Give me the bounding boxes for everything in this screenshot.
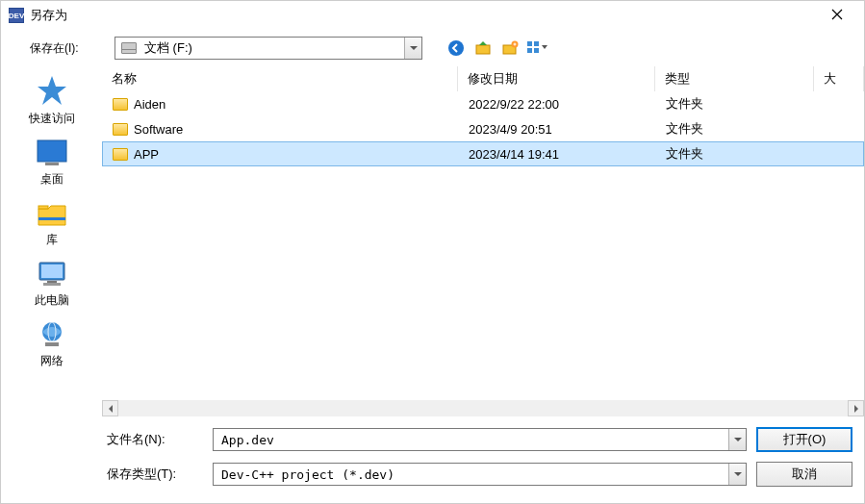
place-libraries[interactable]: 库: [13, 195, 90, 250]
file-row[interactable]: Aiden2022/9/22 22:00文件夹: [102, 91, 864, 116]
folder-icon: [113, 98, 128, 111]
filename-row: 文件名(N): App.dev 打开(O): [107, 422, 852, 457]
window-title: 另存为: [30, 7, 818, 24]
place-quick-access[interactable]: 快速访问: [13, 70, 90, 129]
file-type-cell: 文件夹: [656, 120, 815, 138]
header-size[interactable]: 大: [814, 66, 864, 91]
dropdown-button[interactable]: [728, 464, 746, 485]
svg-rect-7: [534, 48, 539, 53]
up-folder-icon: [474, 39, 492, 57]
filetype-row: 保存类型(T): Dev-C++ project (*.dev) 取消: [107, 457, 852, 491]
scroll-left-button[interactable]: [102, 400, 118, 416]
cancel-button-label: 取消: [792, 466, 817, 483]
file-row[interactable]: Software2023/4/9 20:51文件夹: [102, 116, 864, 141]
file-date-cell: 2022/9/22 22:00: [459, 97, 656, 112]
open-button[interactable]: 打开(O): [756, 427, 852, 452]
file-type-cell: 文件夹: [656, 145, 815, 163]
nav-icons: [445, 38, 547, 59]
save-in-label: 保存在(I):: [30, 40, 107, 57]
file-row[interactable]: APP2023/4/14 19:41文件夹: [102, 141, 864, 166]
body: 快速访问 桌面 库 此电脑 网络 名称 修改日期 类型: [1, 66, 864, 416]
network-icon: [36, 320, 68, 349]
place-label: 桌面: [40, 171, 64, 188]
filetype-value: Dev-C++ project (*.dev): [214, 467, 728, 482]
svg-rect-18: [45, 342, 59, 346]
file-name: Software: [134, 122, 183, 137]
file-name-cell: Aiden: [103, 97, 459, 112]
place-label: 库: [46, 232, 58, 248]
close-icon: [831, 9, 843, 20]
chevron-down-icon: [734, 470, 742, 478]
quick-access-icon: [36, 74, 68, 107]
svg-rect-15: [43, 283, 61, 286]
place-label: 网络: [40, 353, 64, 369]
file-type-cell: 文件夹: [656, 95, 815, 113]
header-name[interactable]: 名称: [102, 66, 458, 91]
svg-rect-11: [38, 217, 65, 220]
file-name-cell: APP: [103, 147, 459, 162]
dropdown-button[interactable]: [404, 38, 421, 59]
svg-rect-9: [45, 163, 59, 165]
filetype-combobox[interactable]: Dev-C++ project (*.dev): [213, 463, 747, 486]
folder-icon: [113, 148, 128, 161]
up-button[interactable]: [472, 38, 494, 59]
file-name: Aiden: [134, 97, 165, 112]
svg-rect-14: [47, 281, 57, 283]
back-icon: [447, 39, 465, 57]
location-text: 文档 (F:): [142, 39, 404, 57]
file-name-cell: Software: [103, 122, 459, 137]
toolbar: 保存在(I): 文档 (F:): [1, 30, 864, 66]
new-folder-button[interactable]: [499, 38, 521, 59]
libraries-icon: [36, 199, 68, 228]
view-icon: [526, 39, 547, 57]
file-list[interactable]: Aiden2022/9/22 22:00文件夹Software2023/4/9 …: [102, 91, 864, 400]
file-area: 名称 修改日期 类型 大 Aiden2022/9/22 22:00文件夹Soft…: [102, 66, 864, 416]
filename-value: App.dev: [214, 433, 728, 447]
chevron-left-icon: [107, 405, 114, 413]
dropdown-button[interactable]: [728, 429, 746, 450]
place-desktop[interactable]: 桌面: [13, 135, 90, 189]
drive-icon: [121, 42, 137, 54]
svg-rect-5: [534, 41, 539, 46]
place-label: 快速访问: [29, 111, 75, 127]
filename-combobox[interactable]: App.dev: [213, 428, 747, 451]
close-button[interactable]: [818, 8, 856, 23]
bottom-panel: 文件名(N): App.dev 打开(O) 保存类型(T): Dev-C++ p…: [1, 416, 864, 503]
place-this-pc[interactable]: 此电脑: [13, 256, 90, 311]
filename-label: 文件名(N):: [107, 431, 203, 448]
chevron-right-icon: [852, 405, 860, 413]
horizontal-scrollbar[interactable]: [102, 400, 864, 416]
svg-rect-6: [527, 48, 532, 53]
chevron-down-icon: [410, 44, 418, 52]
location-combobox[interactable]: 文档 (F:): [114, 37, 422, 60]
scroll-right-button[interactable]: [848, 400, 864, 416]
column-headers: 名称 修改日期 类型 大: [102, 66, 864, 91]
back-button[interactable]: [445, 38, 467, 59]
filetype-label: 保存类型(T):: [107, 466, 203, 483]
svg-rect-8: [38, 140, 66, 162]
svg-rect-13: [41, 265, 63, 278]
file-date-cell: 2023/4/14 19:41: [459, 147, 656, 162]
view-menu-button[interactable]: [526, 38, 547, 59]
header-type[interactable]: 类型: [655, 66, 814, 91]
header-date[interactable]: 修改日期: [458, 66, 655, 91]
places-bar: 快速访问 桌面 库 此电脑 网络: [1, 66, 102, 416]
place-label: 此电脑: [35, 292, 69, 309]
new-folder-icon: [501, 39, 519, 57]
svg-rect-4: [527, 41, 532, 46]
titlebar: DEV 另存为: [1, 1, 864, 30]
folder-icon: [113, 123, 128, 136]
desktop-icon: [36, 139, 68, 167]
save-as-dialog: DEV 另存为 保存在(I): 文档 (F:): [0, 0, 865, 504]
svg-point-0: [448, 40, 464, 56]
svg-rect-10: [38, 206, 48, 209]
file-date-cell: 2023/4/9 20:51: [459, 122, 656, 137]
file-name: APP: [134, 147, 159, 162]
app-icon: DEV: [9, 8, 24, 23]
computer-icon: [36, 260, 68, 289]
chevron-down-icon: [734, 436, 742, 443]
open-button-label: 打开(O): [783, 431, 827, 448]
cancel-button[interactable]: 取消: [756, 462, 852, 487]
svg-rect-1: [476, 45, 490, 54]
place-network[interactable]: 网络: [13, 316, 90, 371]
